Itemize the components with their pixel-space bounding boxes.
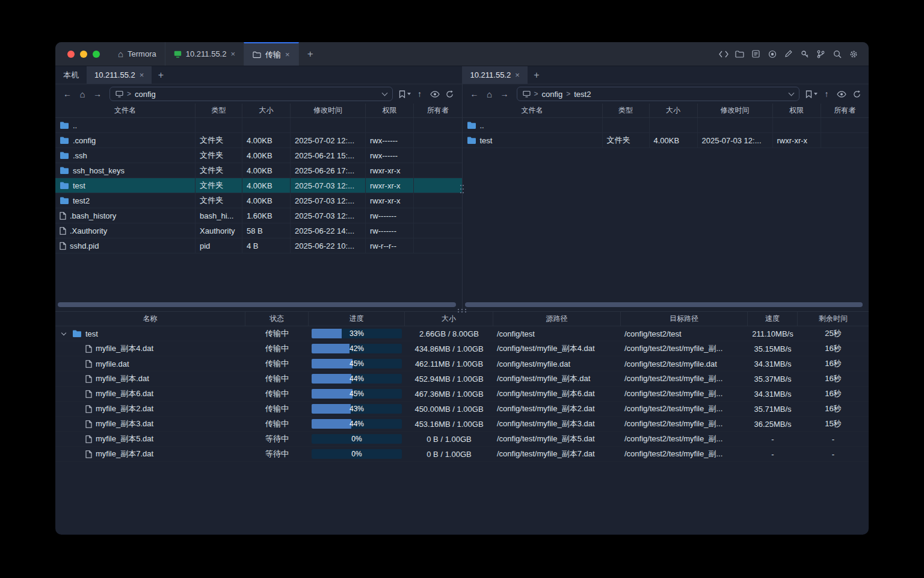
horizontal-splitter[interactable] [457,309,467,314]
new-tab-button[interactable]: + [299,42,322,66]
up-directory-button[interactable]: ↑ [819,87,834,101]
transfer-source-path: /config/test/myfile_副本2.dat [493,402,621,416]
file-row[interactable]: .config 文件夹 4.00KB 2025-07-02 12:... rwx… [55,133,462,148]
transfer-column-header[interactable]: 剩余时间 [798,312,869,326]
record-icon[interactable] [764,46,780,62]
file-row[interactable]: test 文件夹 4.00KB 2025-07-03 12:... rwxr-x… [463,133,869,148]
file-column-header[interactable]: 大小 [650,104,698,117]
file-column-header[interactable]: 文件名 [55,104,196,117]
search-icon[interactable] [829,46,845,62]
file-column-header[interactable]: 修改时间 [698,104,773,117]
file-row[interactable]: test 文件夹 4.00KB 2025-07-03 12:... rwxr-x… [55,178,462,193]
file-column-header[interactable]: 大小 [242,104,291,117]
transfer-row[interactable]: myfile_副本6.dat 传输中 45% 467.36MB / 1.00GB… [55,387,869,402]
file-column-header[interactable]: 所有者 [821,104,869,117]
close-tab-icon[interactable]: × [515,71,520,79]
transfer-column-header[interactable]: 速度 [748,312,798,326]
transfer-row[interactable]: myfile_副本5.dat 等待中 0% 0 B / 1.00GB /conf… [55,432,869,447]
tab-remote-host[interactable]: 10.211.55.2 × [463,66,528,84]
transfer-row[interactable]: myfile_副本2.dat 传输中 43% 450.00MB / 1.00GB… [55,402,869,417]
file-row[interactable]: .. [463,118,869,133]
file-icon [85,450,92,458]
transfer-column-header[interactable]: 源路径 [493,312,621,326]
path-segment[interactable]: config [542,90,563,99]
transfer-column-header[interactable]: 进度 [309,312,405,326]
refresh-button[interactable] [849,87,864,101]
progress-bar: 0% [312,449,402,459]
file-row[interactable]: test2 文件夹 4.00KB 2025-07-03 12:... rwxr-… [55,193,462,208]
scrollbar-thumb[interactable] [465,302,863,307]
horizontal-scrollbar[interactable] [465,302,863,307]
file-column-header[interactable]: 文件名 [463,104,603,117]
file-column-header[interactable]: 修改时间 [291,104,366,117]
file-row[interactable]: .. [55,118,462,133]
settings-gear-icon[interactable] [845,46,861,62]
bookmark-button[interactable] [804,87,819,101]
transfer-row[interactable]: myfile_副本.dat 传输中 44% 452.94MB / 1.00GB … [55,371,869,387]
file-name-cell: test [55,178,196,193]
code-icon[interactable] [715,46,732,62]
transfer-row[interactable]: myfile_副本4.dat 传输中 42% 434.86MB / 1.00GB… [55,341,869,356]
chevron-down-icon[interactable] [381,90,387,96]
file-column-header[interactable]: 权限 [773,104,821,117]
transfer-row[interactable]: myfile_副本3.dat 传输中 44% 453.16MB / 1.00GB… [55,417,869,432]
file-column-header[interactable]: 权限 [366,104,414,117]
scrollbar-thumb[interactable] [58,302,456,307]
transfer-eta: 16秒 [798,402,869,416]
edit-icon[interactable] [780,46,796,62]
chevron-down-icon[interactable] [789,90,795,96]
log-icon[interactable] [748,46,764,62]
up-directory-button[interactable]: ↑ [413,87,427,101]
tab-label: 10.211.55.2 [94,70,135,79]
transfer-column-header[interactable]: 大小 [405,312,493,326]
bookmark-button[interactable] [398,87,412,101]
file-column-header[interactable]: 类型 [196,104,242,117]
branch-icon[interactable] [813,46,829,62]
horizontal-scrollbar[interactable] [58,302,456,307]
file-row[interactable]: .Xauthority Xauthority 58 B 2025-06-22 1… [55,223,462,238]
folder-icon[interactable] [732,46,748,62]
refresh-button[interactable] [443,87,457,101]
transfer-row[interactable]: myfile.dat 传输中 45% 462.11MB / 1.00GB /co… [55,356,869,371]
add-tab-button[interactable]: + [528,66,546,84]
close-tab-icon[interactable]: × [140,71,144,79]
back-button[interactable]: ← [467,87,482,101]
transfer-source-path: /config/test/myfile_副本7.dat [493,447,621,461]
file-row[interactable]: .bash_history bash_hi... 1.60KB 2025-07-… [55,208,462,223]
transfer-column-header[interactable]: 名称 [55,312,245,326]
close-window-button[interactable] [67,51,75,58]
tab-host[interactable]: 10.211.55.2 × [165,42,244,66]
key-icon[interactable] [796,46,813,62]
home-button[interactable]: ⌂ [75,87,90,101]
transfer-row[interactable]: myfile_副本7.dat 等待中 0% 0 B / 1.00GB /conf… [55,447,869,462]
path-segment[interactable]: test2 [574,90,591,99]
forward-button[interactable]: → [90,87,105,101]
transfer-column-header[interactable]: 目标路径 [621,312,748,326]
collapse-chevron-icon[interactable] [59,331,69,336]
add-tab-button[interactable]: + [152,66,170,84]
file-column-header[interactable]: 所有者 [414,104,462,117]
transfer-row[interactable]: test 传输中 33% 2.66GB / 8.00GB /config/tes… [55,326,869,341]
home-button[interactable]: ⌂ [482,87,497,101]
path-bar[interactable]: >config [109,87,393,101]
close-tab-icon[interactable]: × [285,51,290,58]
transfer-column-header[interactable]: 状态 [245,312,309,326]
file-row[interactable]: ssh_host_keys 文件夹 4.00KB 2025-06-26 17:.… [55,163,462,178]
file-column-header[interactable]: 类型 [603,104,650,117]
minimize-window-button[interactable] [80,51,87,58]
show-hidden-button[interactable] [834,87,849,101]
tab-termora[interactable]: ⌂ Termora [109,42,165,66]
file-name-cell: test2 [55,193,196,208]
zoom-window-button[interactable] [93,51,100,58]
close-tab-icon[interactable]: × [230,50,235,58]
show-hidden-button[interactable] [428,87,442,101]
tab-remote-host[interactable]: 10.211.55.2 × [87,66,152,84]
path-bar[interactable]: >config>test2 [517,87,800,101]
file-row[interactable]: sshd.pid pid 4 B 2025-06-22 10:... rw-r-… [55,238,462,253]
back-button[interactable]: ← [60,87,75,101]
file-row[interactable]: .ssh 文件夹 4.00KB 2025-06-21 15:... rwx---… [55,148,462,163]
path-segment[interactable]: config [135,90,156,99]
tab-transfer[interactable]: 传输 × [244,42,299,66]
forward-button[interactable]: → [497,87,512,101]
tab-local[interactable]: 本机 [55,66,87,84]
